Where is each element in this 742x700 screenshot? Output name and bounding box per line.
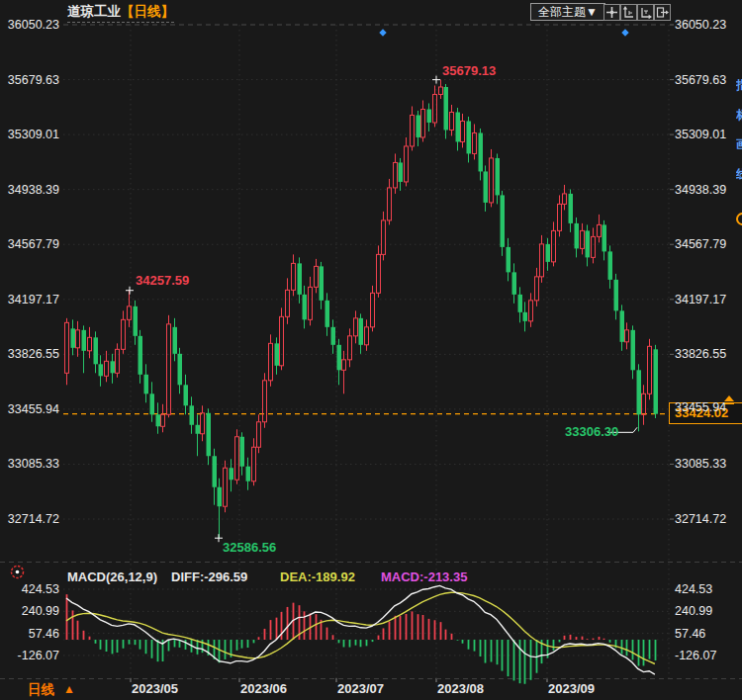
candle-down[interactable] bbox=[178, 354, 183, 385]
candle-down[interactable] bbox=[190, 405, 195, 424]
candle-down[interactable] bbox=[331, 327, 336, 345]
candle-down[interactable] bbox=[111, 361, 116, 373]
candle-up[interactable] bbox=[342, 360, 346, 370]
candle-down[interactable] bbox=[620, 310, 625, 341]
candle-up[interactable] bbox=[315, 266, 319, 287]
candle-down[interactable] bbox=[150, 394, 155, 414]
chart-canvas[interactable] bbox=[0, 0, 742, 700]
candle-up[interactable] bbox=[642, 394, 646, 414]
indicator-target-icon[interactable] bbox=[9, 564, 26, 580]
candle-down[interactable] bbox=[603, 224, 607, 251]
candle-down[interactable] bbox=[546, 244, 551, 262]
candle-down[interactable] bbox=[275, 343, 280, 365]
candle-down[interactable] bbox=[71, 328, 76, 347]
candle-down[interactable] bbox=[218, 487, 223, 506]
candle-up[interactable] bbox=[535, 277, 539, 301]
candle-up[interactable] bbox=[377, 254, 381, 293]
candle-up[interactable] bbox=[598, 224, 602, 236]
candle-up[interactable] bbox=[405, 146, 409, 182]
candle-down[interactable] bbox=[173, 327, 178, 354]
candle-down[interactable] bbox=[184, 385, 189, 405]
candle-up[interactable] bbox=[105, 361, 109, 376]
candle-down[interactable] bbox=[427, 109, 432, 122]
period-up-arrow-icon[interactable]: ▲ bbox=[63, 682, 75, 696]
candle-up[interactable] bbox=[529, 301, 533, 321]
candle-up[interactable] bbox=[116, 349, 120, 373]
candle-up[interactable] bbox=[581, 230, 585, 248]
candle-up[interactable] bbox=[540, 244, 544, 277]
event-marker-icon[interactable] bbox=[621, 29, 628, 36]
candle-down[interactable] bbox=[608, 251, 613, 279]
candle-down[interactable] bbox=[240, 437, 245, 467]
candle-up[interactable] bbox=[235, 437, 239, 480]
candle-up[interactable] bbox=[411, 115, 415, 145]
candle-down[interactable] bbox=[496, 158, 501, 195]
candle-down[interactable] bbox=[654, 349, 659, 413]
candle-up[interactable] bbox=[122, 319, 126, 349]
candle-down[interactable] bbox=[213, 456, 218, 486]
candle-down[interactable] bbox=[337, 345, 342, 370]
candle-down[interactable] bbox=[631, 330, 636, 370]
candle-up[interactable] bbox=[439, 87, 443, 94]
candle-up[interactable] bbox=[224, 468, 228, 506]
candle-up[interactable] bbox=[167, 324, 171, 414]
candle-down[interactable] bbox=[512, 272, 517, 294]
candle-up[interactable] bbox=[348, 336, 352, 360]
event-marker-icon[interactable] bbox=[379, 29, 386, 36]
candle-down[interactable] bbox=[303, 295, 308, 319]
candle-down[interactable] bbox=[246, 467, 251, 481]
candle-up[interactable] bbox=[280, 316, 284, 365]
candle-up[interactable] bbox=[201, 413, 205, 434]
candle-up[interactable] bbox=[473, 132, 477, 153]
candle-up[interactable] bbox=[558, 204, 562, 230]
candle-up[interactable] bbox=[371, 293, 375, 326]
candle-up[interactable] bbox=[65, 322, 69, 373]
candle-down[interactable] bbox=[501, 195, 506, 246]
candle-down[interactable] bbox=[196, 425, 201, 434]
theme-dropdown[interactable]: 全部主题▼ bbox=[530, 3, 605, 21]
candle-down[interactable] bbox=[417, 115, 421, 136]
candle-down[interactable] bbox=[479, 132, 484, 171]
candle-down[interactable] bbox=[359, 318, 364, 345]
candle-up[interactable] bbox=[433, 94, 437, 122]
candle-down[interactable] bbox=[586, 230, 591, 257]
candle-down[interactable] bbox=[320, 266, 325, 300]
pane-exit-icon[interactable] bbox=[654, 4, 671, 21]
candle-down[interactable] bbox=[134, 306, 139, 336]
candle-down[interactable] bbox=[614, 280, 619, 310]
candle-down[interactable] bbox=[523, 312, 528, 321]
candle-up[interactable] bbox=[625, 330, 629, 342]
candle-up[interactable] bbox=[490, 158, 494, 203]
candle-down[interactable] bbox=[82, 330, 87, 351]
candle-up[interactable] bbox=[88, 337, 92, 350]
scale-x-axis-icon[interactable] bbox=[637, 4, 654, 21]
candle-up[interactable] bbox=[461, 121, 465, 141]
candle-up[interactable] bbox=[263, 381, 267, 422]
candle-up[interactable] bbox=[309, 287, 313, 319]
candle-down[interactable] bbox=[399, 162, 404, 181]
candle-down[interactable] bbox=[467, 121, 472, 153]
candle-down[interactable] bbox=[507, 247, 511, 272]
candle-down[interactable] bbox=[230, 468, 234, 480]
candle-up[interactable] bbox=[161, 414, 165, 426]
candle-up[interactable] bbox=[365, 327, 369, 345]
candle-down[interactable] bbox=[99, 364, 104, 376]
candle-down[interactable] bbox=[298, 263, 303, 294]
candle-down[interactable] bbox=[518, 295, 523, 312]
candle-up[interactable] bbox=[394, 162, 398, 187]
candle-down[interactable] bbox=[569, 194, 574, 223]
candle-up[interactable] bbox=[269, 343, 273, 380]
candle-up[interactable] bbox=[292, 263, 296, 290]
candle-down[interactable] bbox=[94, 337, 99, 364]
candle-down[interactable] bbox=[575, 223, 580, 248]
scale-y-axis-icon[interactable] bbox=[620, 4, 637, 21]
candle-down[interactable] bbox=[325, 301, 330, 327]
candle-down[interactable] bbox=[444, 87, 449, 130]
candle-up[interactable] bbox=[354, 318, 358, 336]
period-selector[interactable]: 日线 bbox=[28, 681, 54, 699]
candle-down[interactable] bbox=[637, 370, 642, 414]
candle-down[interactable] bbox=[484, 171, 489, 202]
candle-down[interactable] bbox=[207, 413, 212, 456]
candle-down[interactable] bbox=[156, 414, 161, 426]
candle-up[interactable] bbox=[450, 112, 454, 130]
